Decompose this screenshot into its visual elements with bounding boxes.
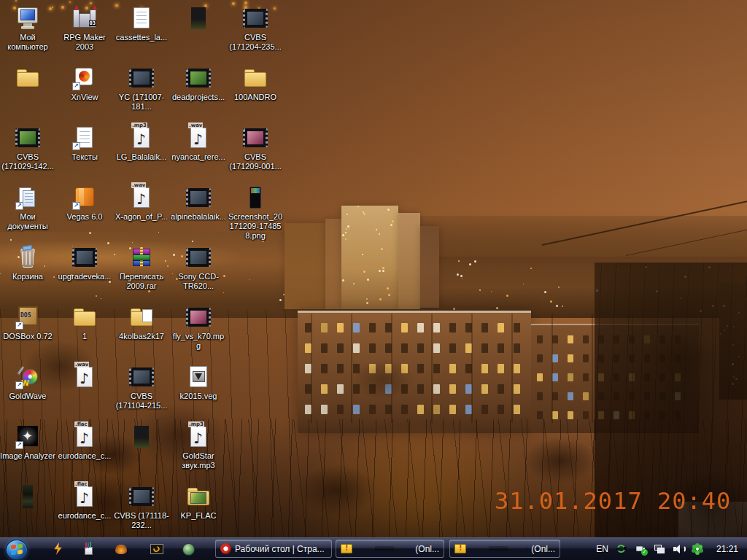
desktop-icon[interactable]: .mp3LG_Balalaik... xyxy=(115,125,168,162)
desktop-icon[interactable]: Корзина xyxy=(1,245,54,281)
desktop-icon[interactable]: .wav xyxy=(58,365,111,392)
window-light xyxy=(733,326,735,327)
desktop-icon[interactable]: Мой компьютер xyxy=(1,6,54,52)
building-window xyxy=(659,392,665,400)
window-light xyxy=(10,239,12,241)
building-window xyxy=(498,364,504,373)
desktop-icon[interactable]: Image Analyzer xyxy=(1,424,54,461)
paint-tools-icon[interactable] xyxy=(82,542,96,556)
desktop-icon[interactable]: XnView xyxy=(58,66,111,102)
desktop-icon[interactable]: DOSBox 0.72 xyxy=(1,305,54,341)
desktop-icon[interactable]: 1 xyxy=(58,305,111,341)
desktop-icon[interactable]: Тексты xyxy=(58,125,111,162)
window-light xyxy=(700,310,702,312)
desktop-icon[interactable]: CVBS (171118-232... xyxy=(115,484,168,530)
desktop-icon[interactable]: .wavnyancat_rere... xyxy=(172,125,225,162)
window-light xyxy=(556,305,558,307)
window-light xyxy=(376,229,377,230)
desktop-icon[interactable]: CVBS (171029-142... xyxy=(1,125,54,171)
desktop-icon[interactable]: fly_vs_k70.mpg xyxy=(172,305,225,351)
film-pink-icon xyxy=(186,305,211,330)
film-green-icon xyxy=(186,66,211,90)
network-icon[interactable] xyxy=(654,543,665,555)
desktop-icon[interactable]: .mp3GoldStar звук.mp3 xyxy=(172,424,225,470)
desktop-icon[interactable]: upgradeveka... xyxy=(58,245,111,281)
update-icon[interactable] xyxy=(616,543,627,555)
shortcut-arrow-icon xyxy=(15,381,23,389)
desktop-icon-label: KP_FLAC xyxy=(171,511,226,521)
building-window xyxy=(644,411,650,419)
desktop-icon[interactable]: YC (171007-181... xyxy=(115,66,168,112)
desktop-icon[interactable]: GoldWave xyxy=(1,365,54,401)
desktop-icon[interactable]: CVBS (171204-235... xyxy=(229,6,282,52)
task-button[interactable]: Рабочий стол | Стра... xyxy=(215,540,332,558)
window-light xyxy=(158,232,159,233)
building-window xyxy=(537,354,543,362)
desktop-icon[interactable]: KP_FLAC xyxy=(172,484,225,521)
building-window xyxy=(385,384,392,394)
internet-globe-icon[interactable] xyxy=(182,542,196,556)
music-icon: .mp3 xyxy=(129,125,154,150)
volume-icon[interactable] xyxy=(673,543,684,555)
desktop-icon[interactable]: CVBS (171209-001... xyxy=(229,125,282,171)
window-light xyxy=(506,295,508,297)
window-light xyxy=(738,312,740,314)
media-player-icon[interactable] xyxy=(150,542,164,556)
desktop-icon[interactable]: .wavX-agon_of_P... xyxy=(115,185,168,222)
window-light xyxy=(469,263,471,265)
desktop-icon[interactable]: alpinebalalaik... xyxy=(172,185,225,222)
safely-remove-usb-icon[interactable] xyxy=(635,543,646,555)
window-light xyxy=(346,228,347,230)
desktop-icon[interactable]: Screenshot_20 171209-17485 8.png xyxy=(229,185,282,241)
desktop-icon[interactable]: deadprojects... xyxy=(172,66,225,102)
desktop-icon[interactable] xyxy=(1,66,54,93)
desktop-icon[interactable]: CVBS (171104-215... xyxy=(115,365,168,411)
desktop-icon-label: CVBS (171104-215... xyxy=(114,392,169,411)
building-window xyxy=(417,323,424,332)
desktop-icon[interactable]: Мои документы xyxy=(1,185,54,231)
desktop-icon[interactable] xyxy=(1,484,54,511)
window-light xyxy=(342,279,344,281)
desktop-icon[interactable] xyxy=(115,424,168,451)
desktop-icon[interactable]: Sony CCD-TR620... xyxy=(172,245,225,291)
building-window xyxy=(417,405,424,414)
window-light xyxy=(460,275,462,277)
desktop-icon[interactable]: k2015.veg xyxy=(172,365,225,401)
desktop-icon[interactable]: .flaceurodance_c... xyxy=(58,484,111,521)
window-light xyxy=(723,305,725,307)
music-icon: .mp3 xyxy=(186,424,211,449)
desktop-icon[interactable]: RPG Maker 2003 xyxy=(58,6,111,52)
building-window xyxy=(644,373,650,381)
task-button[interactable]: (Onl... xyxy=(449,540,560,558)
wallpaper-building-front xyxy=(298,311,531,433)
media-viewer-icon[interactable] xyxy=(114,542,128,556)
building-window xyxy=(369,343,376,353)
desktop-icon-label: CVBS (171209-001... xyxy=(228,152,283,171)
taskbar-clock[interactable]: 21:21 xyxy=(716,544,738,554)
desktop-icon-label: LG_Balalaik... xyxy=(114,152,169,162)
desktop-icon[interactable]: cassettes_la... xyxy=(115,6,168,42)
desktop-icon[interactable] xyxy=(172,6,225,33)
window-light xyxy=(544,291,546,293)
building-window xyxy=(583,373,589,381)
desktop-icon-label: Screenshot_20 171209-17485 8.png xyxy=(228,212,283,241)
desktop-icon[interactable]: .flaceurodance_c... xyxy=(58,424,111,461)
desktop-icon[interactable]: 100ANDRO xyxy=(229,66,282,102)
winamp-icon[interactable] xyxy=(51,542,66,556)
building-window xyxy=(449,384,456,394)
window-light xyxy=(684,276,686,278)
desktop-icon[interactable]: 4kolbas2k17 xyxy=(115,305,168,341)
window-light xyxy=(69,1,71,3)
desktop-icon-label: 4kolbas2k17 xyxy=(114,332,169,341)
building-window xyxy=(385,364,392,373)
task-button[interactable]: (Onl... xyxy=(336,540,444,558)
desktop-icon-label: nyancat_rere... xyxy=(171,152,226,162)
desktop-icon[interactable]: Переписать 2009.rar xyxy=(115,245,168,291)
window-light xyxy=(656,290,658,292)
desktop-icon[interactable]: Vegas 6.0 xyxy=(58,185,111,222)
language-indicator[interactable]: EN xyxy=(596,544,608,554)
icq-icon[interactable] xyxy=(692,543,703,555)
window-light xyxy=(720,333,721,335)
desktop[interactable]: 31.01.2017 20:40 Мой компьютерRPG Maker … xyxy=(0,0,747,560)
start-button[interactable] xyxy=(6,540,28,560)
